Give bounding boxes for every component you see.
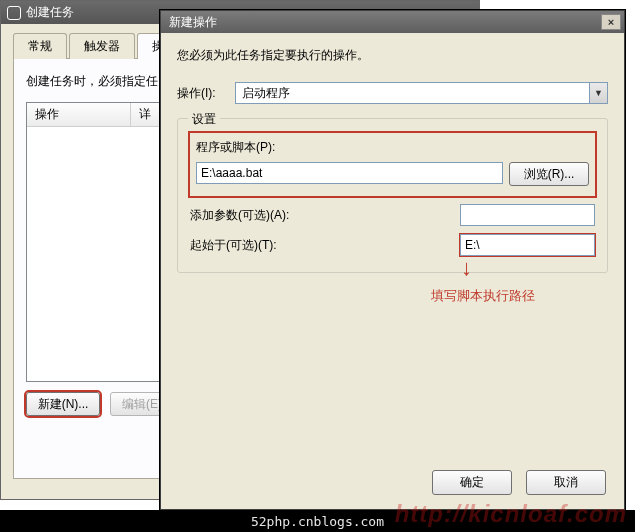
- new-action-dialog: 新建操作 × 您必须为此任务指定要执行的操作。 操作(I): 启动程序 ▼ 设置…: [160, 10, 625, 510]
- window-icon: [7, 6, 21, 20]
- new-action-title: 新建操作: [169, 14, 217, 31]
- settings-legend: 设置: [188, 111, 220, 128]
- actions-list[interactable]: 操作 详: [26, 102, 161, 382]
- operation-value: 启动程序: [242, 85, 290, 102]
- settings-group: 设置 程序或脚本(P): 浏览(R)... 添加参数(可选)(A): 起始于(可…: [177, 118, 608, 273]
- program-block-highlight: 程序或脚本(P): 浏览(R)...: [190, 133, 595, 196]
- new-action-titlebar: 新建操作 ×: [161, 11, 624, 33]
- col-action: 操作: [27, 103, 131, 126]
- operation-select[interactable]: 启动程序 ▼: [235, 82, 608, 104]
- create-task-title: 创建任务: [26, 4, 74, 21]
- args-input[interactable]: [460, 204, 595, 226]
- cancel-button[interactable]: 取消: [526, 470, 606, 495]
- program-label: 程序或脚本(P):: [196, 139, 589, 156]
- col-details: 详: [131, 103, 160, 126]
- operation-label: 操作(I):: [177, 85, 235, 102]
- startin-label: 起始于(可选)(T):: [190, 237, 310, 254]
- annotation-text: 填写脚本执行路径: [431, 287, 535, 305]
- chevron-down-icon: ▼: [589, 83, 607, 103]
- source-credit: 52php.cnblogs.com: [251, 514, 384, 529]
- close-icon: ×: [608, 16, 614, 28]
- program-input[interactable]: [196, 162, 503, 184]
- close-button[interactable]: ×: [601, 14, 621, 30]
- new-action-button[interactable]: 新建(N)...: [26, 392, 100, 416]
- actions-list-header: 操作 详: [27, 103, 160, 127]
- args-label: 添加参数(可选)(A):: [190, 207, 310, 224]
- browse-button[interactable]: 浏览(R)...: [509, 162, 589, 186]
- annotation-arrow-icon: ↓: [461, 255, 472, 281]
- tab-triggers[interactable]: 触发器: [69, 33, 135, 59]
- dialog-instruction: 您必须为此任务指定要执行的操作。: [177, 47, 608, 64]
- ok-button[interactable]: 确定: [432, 470, 512, 495]
- source-credit-bar: 52php.cnblogs.com: [0, 510, 635, 532]
- tab-general[interactable]: 常规: [13, 33, 67, 59]
- startin-input[interactable]: [460, 234, 595, 256]
